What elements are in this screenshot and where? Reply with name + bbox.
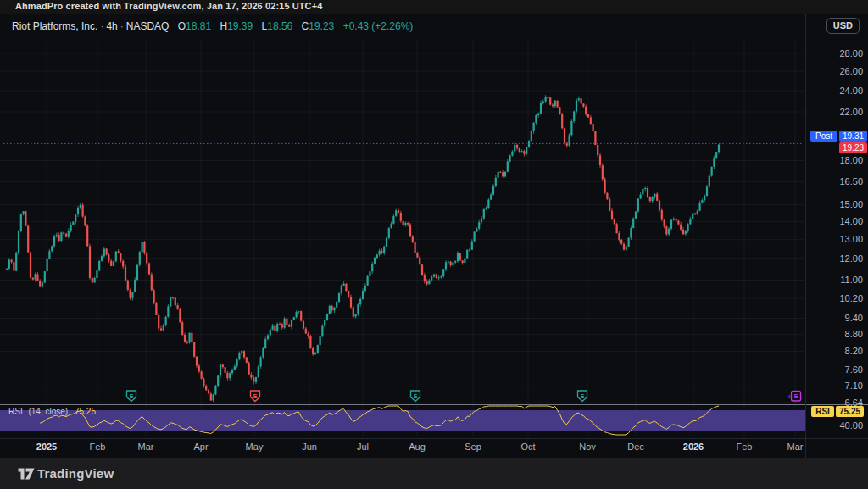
footer-bar: TradingView [0, 458, 868, 489]
price-axis-border [805, 14, 806, 458]
last-price-badge: 19.23 [839, 142, 867, 153]
symbol-legend[interactable]: Riot Platforms, Inc.·4h·NASDAQ O18.81 H1… [12, 20, 413, 32]
rsi-params: (14, close) [28, 407, 68, 416]
post-market-price-badge: 19.31 [839, 131, 867, 142]
high-label: H [220, 20, 227, 32]
legend-separator: · [97, 20, 106, 32]
tradingview-wordmark[interactable]: TradingView [37, 466, 114, 481]
attribution-text: AhmadPro created with TradingView.com, J… [15, 1, 322, 11]
interval-label[interactable]: 4h [106, 20, 117, 32]
chart-widget: Riot Platforms, Inc.·4h·NASDAQ O18.81 H1… [0, 14, 868, 458]
rsi-legend[interactable]: RSI (14, close) 75.25 [8, 407, 96, 416]
time-axis-border [0, 438, 868, 439]
exchange-label: NASDAQ [126, 20, 170, 32]
close-label: C [302, 20, 309, 32]
change-value: +0.43 (+2.26%) [343, 20, 414, 32]
rsi-title: RSI [8, 407, 23, 416]
currency-toggle[interactable]: USD [826, 18, 860, 34]
open-label: O [178, 20, 186, 32]
post-market-label-badge: Post [810, 131, 837, 142]
rsi-value: 75.25 [75, 407, 96, 416]
legend-separator: · [118, 20, 126, 32]
chart-canvas[interactable] [0, 14, 868, 458]
open-value: 18.81 [186, 20, 211, 32]
rsi-axis-label-badge: RSI [811, 406, 834, 417]
low-value: 18.56 [267, 20, 292, 32]
high-value: 19.39 [227, 20, 253, 32]
rsi-level-label: 40.00 [810, 420, 863, 431]
close-value: 19.23 [309, 20, 334, 32]
pane-separator[interactable] [0, 404, 868, 405]
tradingview-logo-icon[interactable] [17, 465, 36, 486]
rsi-axis-value-badge: 75.25 [836, 406, 864, 417]
tradingview-snapshot: AhmadPro created with TradingView.com, J… [0, 0, 868, 489]
symbol-title[interactable]: Riot Platforms, Inc. [12, 20, 97, 32]
